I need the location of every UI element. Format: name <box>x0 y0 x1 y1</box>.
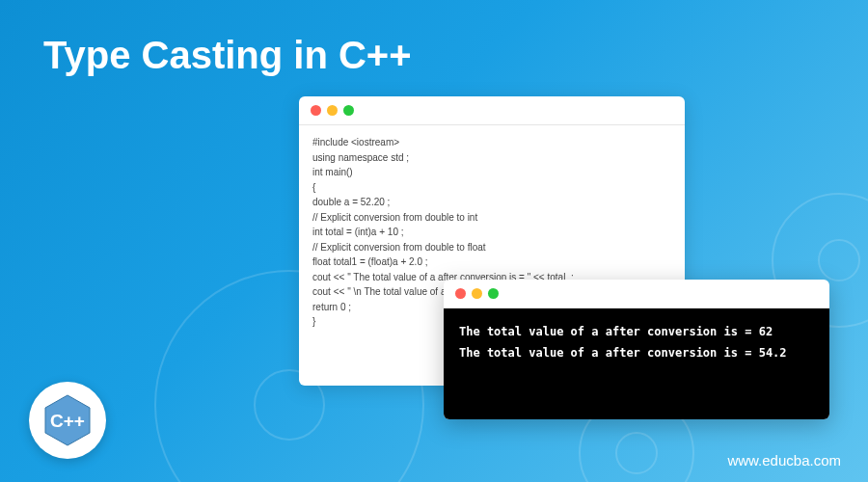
cpp-hexagon-icon: C++ <box>43 393 92 447</box>
footer-url: www.educba.com <box>727 452 841 469</box>
minimize-icon <box>327 105 338 116</box>
close-icon <box>311 105 321 116</box>
terminal-output: The total value of a after conversion is… <box>444 308 829 419</box>
window-titlebar <box>299 96 685 125</box>
cpp-logo: C++ <box>29 382 106 459</box>
terminal-window: The total value of a after conversion is… <box>444 280 829 419</box>
maximize-icon <box>343 105 354 116</box>
minimize-icon <box>472 288 482 299</box>
window-titlebar <box>444 280 829 308</box>
close-icon <box>455 288 466 299</box>
page-title: Type Casting in C++ <box>43 34 412 77</box>
svg-text:C++: C++ <box>50 411 85 431</box>
maximize-icon <box>488 288 499 299</box>
